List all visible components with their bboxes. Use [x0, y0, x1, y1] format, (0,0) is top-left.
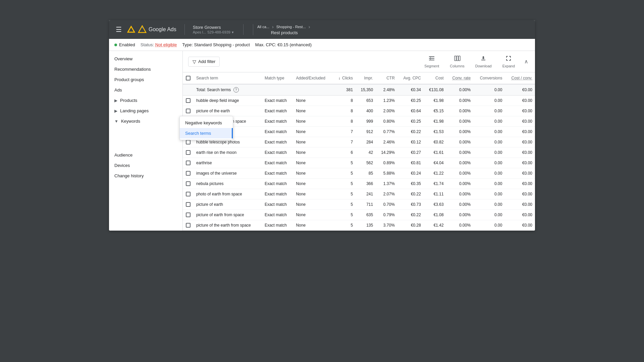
- row-conv-rate: 0.00%: [446, 127, 473, 137]
- search-term-label: Search term: [196, 76, 218, 80]
- row-checkbox: [183, 106, 194, 116]
- account-id[interactable]: Apes l... 529-488-6939 ▾: [193, 30, 234, 35]
- row-select-checkbox[interactable]: [186, 202, 191, 207]
- row-conv-rate: 0.00%: [446, 116, 473, 127]
- row-search-term: earthrise: [194, 158, 262, 168]
- sidebar-item-keywords[interactable]: ▼ Keywords: [109, 116, 182, 126]
- row-cost: €5.15: [424, 106, 446, 116]
- campaign-title: Rest products: [271, 30, 298, 35]
- top-nav: ☰ Google Ads: [109, 20, 535, 39]
- status-value[interactable]: Not eligible: [155, 42, 177, 47]
- chevron-keywords-icon: ▼: [114, 119, 118, 124]
- sidebar: Overview Recommendations Product groups …: [109, 51, 183, 231]
- row-select-checkbox[interactable]: [186, 150, 191, 155]
- svg-marker-0: [128, 26, 135, 32]
- row-select-checkbox[interactable]: [186, 109, 191, 113]
- header-conv-rate[interactable]: Conv. rate: [446, 72, 473, 84]
- row-match-type: Exact match: [262, 137, 293, 147]
- row-cost-conv: €0.00: [505, 96, 535, 106]
- row-ctr: 2.00%: [376, 106, 397, 116]
- row-cost: €1.08: [424, 210, 446, 220]
- keywords-section: ▼ Keywords Negative keywords Search term…: [109, 116, 182, 126]
- row-cost-conv: €0.00: [505, 137, 535, 147]
- row-added-excluded: None: [293, 189, 333, 199]
- header-conversions[interactable]: Conversions: [473, 72, 505, 84]
- row-cost: €0.82: [424, 137, 446, 147]
- row-added-excluded: None: [293, 137, 333, 147]
- add-filter-button[interactable]: ▽ Add filter: [188, 57, 220, 67]
- toolbar-right: Segment Columns Download: [422, 54, 530, 69]
- row-checkbox: [183, 158, 194, 168]
- sidebar-item-change-history[interactable]: Change history: [109, 171, 182, 181]
- row-added-excluded: None: [293, 179, 333, 189]
- download-button[interactable]: Download: [473, 54, 494, 69]
- row-select-checkbox[interactable]: [186, 171, 191, 176]
- header-cost-conv[interactable]: Cost / conv.: [505, 72, 535, 84]
- segment-button[interactable]: Segment: [422, 54, 442, 69]
- row-select-checkbox[interactable]: [186, 98, 191, 103]
- row-avg-cpc: €0.27: [397, 147, 424, 158]
- row-select-checkbox[interactable]: [186, 140, 191, 144]
- row-impr: 366: [356, 179, 376, 189]
- row-impr: 711: [356, 199, 376, 210]
- sidebar-item-ads[interactable]: Ads: [109, 85, 182, 95]
- table-row: photo of earth from space Exact match No…: [183, 189, 535, 199]
- row-cost: €1.11: [424, 189, 446, 199]
- columns-icon: [454, 55, 461, 63]
- row-cost-conv: €0.00: [505, 116, 535, 127]
- breadcrumb-campaigns[interactable]: All ca...: [257, 25, 269, 29]
- collapse-button[interactable]: ∧: [523, 57, 530, 66]
- campaign-path: All ca... › Shopping - Rest... › Rest pr…: [253, 24, 311, 35]
- row-added-excluded: None: [293, 158, 333, 168]
- row-checkbox: [183, 220, 194, 231]
- sidebar-item-landing-pages[interactable]: ▶ Landing pages: [109, 106, 182, 116]
- breadcrumb-chevron-1: ›: [272, 24, 274, 29]
- row-avg-cpc: €0.64: [397, 106, 424, 116]
- row-match-type: Exact match: [262, 220, 293, 231]
- total-info-icon[interactable]: ?: [233, 87, 239, 93]
- row-clicks: 8: [333, 106, 356, 116]
- svg-rect-5: [429, 60, 434, 60]
- total-impr: 15,350: [356, 84, 376, 96]
- row-search-term: picture of the earth: [194, 106, 262, 116]
- google-ads-icon: [138, 25, 147, 34]
- table-row: pictures of earth from space Exact match…: [183, 116, 535, 127]
- hamburger-icon[interactable]: ☰: [114, 24, 123, 35]
- header-impr[interactable]: Impr.: [356, 72, 376, 84]
- sidebar-item-overview[interactable]: Overview: [109, 54, 182, 64]
- header-ctr[interactable]: CTR: [376, 72, 397, 84]
- row-cost: €3.63: [424, 199, 446, 210]
- sidebar-item-audience[interactable]: Audience: [109, 150, 182, 160]
- columns-button[interactable]: Columns: [447, 54, 467, 69]
- sidebar-item-devices[interactable]: Devices: [109, 160, 182, 171]
- row-select-checkbox[interactable]: [186, 181, 191, 186]
- row-select-checkbox[interactable]: [186, 161, 191, 165]
- header-avg-cpc[interactable]: Avg. CPC: [397, 72, 424, 84]
- total-added-excluded: [293, 84, 333, 96]
- sidebar-item-products[interactable]: ▶ Products: [109, 95, 182, 106]
- row-checkbox: [183, 210, 194, 220]
- row-impr: 562: [356, 158, 376, 168]
- nav-divider: [184, 24, 185, 35]
- row-clicks: 5: [333, 158, 356, 168]
- header-clicks[interactable]: ↓ Clicks: [333, 72, 356, 84]
- sidebar-item-product-groups[interactable]: Product groups: [109, 74, 182, 85]
- header-added-excluded: Added/Excluded: [293, 72, 333, 84]
- sidebar-item-recommendations[interactable]: Recommendations: [109, 64, 182, 74]
- row-match-type: Exact match: [262, 210, 293, 220]
- row-impr: 635: [356, 210, 376, 220]
- breadcrumb-shopping[interactable]: Shopping - Rest...: [276, 25, 306, 29]
- expand-button[interactable]: Expand: [500, 54, 518, 69]
- account-selector[interactable]: Store Growers Apes l... 529-488-6939 ▾: [193, 25, 234, 35]
- row-select-checkbox[interactable]: [186, 192, 191, 196]
- select-all-checkbox[interactable]: [186, 76, 191, 80]
- sidebar-item-search-terms[interactable]: Search terms: [180, 128, 233, 138]
- row-search-term: hubble deep field image: [194, 96, 262, 106]
- header-cost[interactable]: Cost: [424, 72, 446, 84]
- row-select-checkbox[interactable]: [186, 223, 191, 228]
- row-match-type: Exact match: [262, 96, 293, 106]
- row-select-checkbox[interactable]: [186, 213, 191, 217]
- sidebar-item-negative-keywords[interactable]: Negative keywords: [180, 118, 233, 128]
- row-match-type: Exact match: [262, 158, 293, 168]
- google-ads-logo-icon: [127, 25, 135, 34]
